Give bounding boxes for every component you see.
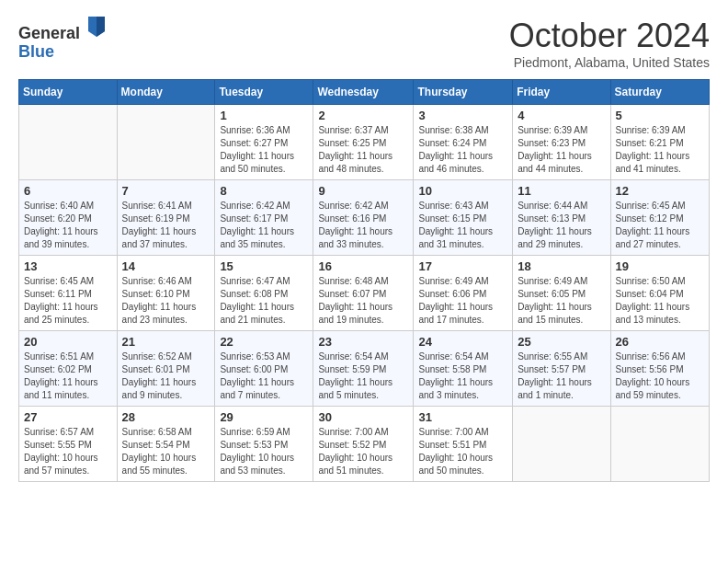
table-cell: 27Sunrise: 6:57 AM Sunset: 5:55 PM Dayli… — [19, 407, 118, 482]
table-cell: 29Sunrise: 6:59 AM Sunset: 5:53 PM Dayli… — [215, 407, 313, 482]
day-info: Sunrise: 6:43 AM Sunset: 6:15 PM Dayligh… — [418, 200, 507, 251]
table-cell — [117, 105, 215, 180]
day-info: Sunrise: 6:51 AM Sunset: 6:02 PM Dayligh… — [24, 350, 112, 402]
day-number: 2 — [318, 109, 408, 122]
table-cell — [19, 105, 118, 180]
day-info: Sunrise: 6:53 AM Sunset: 6:00 PM Dayligh… — [220, 350, 308, 402]
table-cell: 28Sunrise: 6:58 AM Sunset: 5:54 PM Dayli… — [117, 407, 215, 482]
day-info: Sunrise: 6:56 AM Sunset: 5:56 PM Dayligh… — [616, 350, 704, 402]
day-number: 28 — [122, 410, 210, 424]
day-number: 19 — [616, 259, 704, 273]
table-cell: 26Sunrise: 6:56 AM Sunset: 5:56 PM Dayli… — [610, 331, 709, 407]
day-info: Sunrise: 6:54 AM Sunset: 5:58 PM Dayligh… — [418, 350, 507, 402]
table-row: 27Sunrise: 6:57 AM Sunset: 5:55 PM Dayli… — [19, 407, 710, 482]
day-info: Sunrise: 6:47 AM Sunset: 6:08 PM Dayligh… — [220, 275, 308, 327]
calendar-table: Sunday Monday Tuesday Wednesday Thursday… — [18, 79, 710, 482]
logo-icon — [86, 13, 107, 39]
day-info: Sunrise: 6:50 AM Sunset: 6:04 PM Dayligh… — [616, 275, 704, 327]
table-cell: 23Sunrise: 6:54 AM Sunset: 5:59 PM Dayli… — [313, 331, 414, 407]
day-number: 6 — [24, 184, 112, 198]
table-row: 1Sunrise: 6:36 AM Sunset: 6:27 PM Daylig… — [19, 105, 710, 180]
table-cell: 12Sunrise: 6:45 AM Sunset: 6:12 PM Dayli… — [610, 180, 709, 256]
table-cell: 7Sunrise: 6:41 AM Sunset: 6:19 PM Daylig… — [117, 180, 215, 256]
table-row: 20Sunrise: 6:51 AM Sunset: 6:02 PM Dayli… — [19, 331, 710, 407]
col-tuesday: Tuesday — [215, 80, 313, 105]
logo-general: General — [18, 24, 80, 42]
logo-text: General Blue — [18, 17, 107, 62]
table-cell: 15Sunrise: 6:47 AM Sunset: 6:08 PM Dayli… — [215, 256, 313, 331]
day-info: Sunrise: 6:57 AM Sunset: 5:55 PM Dayligh… — [24, 426, 112, 477]
day-info: Sunrise: 6:39 AM Sunset: 6:23 PM Dayligh… — [518, 124, 605, 176]
table-cell: 9Sunrise: 6:42 AM Sunset: 6:16 PM Daylig… — [313, 180, 414, 256]
table-cell: 4Sunrise: 6:39 AM Sunset: 6:23 PM Daylig… — [513, 105, 610, 180]
day-number: 23 — [318, 335, 408, 349]
table-cell: 21Sunrise: 6:52 AM Sunset: 6:01 PM Dayli… — [117, 331, 215, 407]
day-info: Sunrise: 7:00 AM Sunset: 5:52 PM Dayligh… — [318, 426, 408, 477]
day-number: 25 — [518, 335, 605, 349]
table-cell: 10Sunrise: 6:43 AM Sunset: 6:15 PM Dayli… — [414, 180, 513, 256]
table-cell: 22Sunrise: 6:53 AM Sunset: 6:00 PM Dayli… — [215, 331, 313, 407]
svg-marker-1 — [97, 17, 105, 37]
day-info: Sunrise: 6:54 AM Sunset: 5:59 PM Dayligh… — [318, 350, 408, 402]
table-cell: 19Sunrise: 6:50 AM Sunset: 6:04 PM Dayli… — [610, 256, 709, 331]
table-cell: 13Sunrise: 6:45 AM Sunset: 6:11 PM Dayli… — [19, 256, 118, 331]
day-info: Sunrise: 6:44 AM Sunset: 6:13 PM Dayligh… — [518, 200, 605, 251]
day-info: Sunrise: 6:52 AM Sunset: 6:01 PM Dayligh… — [122, 350, 210, 402]
day-number: 11 — [518, 184, 605, 198]
logo: General Blue — [18, 17, 107, 62]
day-number: 1 — [220, 109, 308, 122]
calendar-title: October 2024 — [509, 17, 710, 55]
col-friday: Friday — [513, 80, 610, 105]
logo-blue: Blue — [18, 42, 54, 61]
header-row: Sunday Monday Tuesday Wednesday Thursday… — [19, 80, 710, 105]
table-row: 6Sunrise: 6:40 AM Sunset: 6:20 PM Daylig… — [19, 180, 710, 256]
day-number: 14 — [122, 259, 210, 273]
day-number: 8 — [220, 184, 308, 198]
day-info: Sunrise: 6:58 AM Sunset: 5:54 PM Dayligh… — [122, 426, 210, 477]
day-info: Sunrise: 7:00 AM Sunset: 5:51 PM Dayligh… — [418, 426, 507, 477]
day-number: 20 — [24, 335, 112, 349]
col-sunday: Sunday — [19, 80, 118, 105]
table-cell — [513, 407, 610, 482]
table-cell: 8Sunrise: 6:42 AM Sunset: 6:17 PM Daylig… — [215, 180, 313, 256]
calendar-location: Piedmont, Alabama, United States — [509, 55, 710, 70]
table-cell: 3Sunrise: 6:38 AM Sunset: 6:24 PM Daylig… — [414, 105, 513, 180]
day-number: 15 — [220, 259, 308, 273]
table-cell: 18Sunrise: 6:49 AM Sunset: 6:05 PM Dayli… — [513, 256, 610, 331]
day-number: 22 — [220, 335, 308, 349]
day-number: 4 — [518, 109, 605, 122]
day-number: 26 — [616, 335, 704, 349]
day-number: 21 — [122, 335, 210, 349]
day-info: Sunrise: 6:46 AM Sunset: 6:10 PM Dayligh… — [122, 275, 210, 327]
table-cell: 17Sunrise: 6:49 AM Sunset: 6:06 PM Dayli… — [414, 256, 513, 331]
day-info: Sunrise: 6:49 AM Sunset: 6:06 PM Dayligh… — [418, 275, 507, 327]
table-cell: 1Sunrise: 6:36 AM Sunset: 6:27 PM Daylig… — [215, 105, 313, 180]
day-number: 27 — [24, 410, 112, 424]
table-cell: 30Sunrise: 7:00 AM Sunset: 5:52 PM Dayli… — [313, 407, 414, 482]
day-number: 12 — [616, 184, 704, 198]
day-number: 31 — [418, 410, 507, 424]
col-wednesday: Wednesday — [313, 80, 414, 105]
day-number: 10 — [418, 184, 507, 198]
day-info: Sunrise: 6:49 AM Sunset: 6:05 PM Dayligh… — [518, 275, 605, 327]
day-number: 29 — [220, 410, 308, 424]
day-info: Sunrise: 6:48 AM Sunset: 6:07 PM Dayligh… — [318, 275, 408, 327]
day-number: 3 — [418, 109, 507, 122]
day-info: Sunrise: 6:40 AM Sunset: 6:20 PM Dayligh… — [24, 200, 112, 251]
table-cell: 24Sunrise: 6:54 AM Sunset: 5:58 PM Dayli… — [414, 331, 513, 407]
table-cell: 25Sunrise: 6:55 AM Sunset: 5:57 PM Dayli… — [513, 331, 610, 407]
day-number: 7 — [122, 184, 210, 198]
page: General Blue October 2024 Piedmont, Alab… — [0, 0, 728, 499]
table-cell — [610, 407, 709, 482]
day-info: Sunrise: 6:37 AM Sunset: 6:25 PM Dayligh… — [318, 124, 408, 176]
table-cell: 14Sunrise: 6:46 AM Sunset: 6:10 PM Dayli… — [117, 256, 215, 331]
day-info: Sunrise: 6:45 AM Sunset: 6:12 PM Dayligh… — [616, 200, 704, 251]
day-number: 30 — [318, 410, 408, 424]
day-info: Sunrise: 6:55 AM Sunset: 5:57 PM Dayligh… — [518, 350, 605, 402]
day-number: 17 — [418, 259, 507, 273]
day-info: Sunrise: 6:39 AM Sunset: 6:21 PM Dayligh… — [616, 124, 704, 176]
table-cell: 31Sunrise: 7:00 AM Sunset: 5:51 PM Dayli… — [414, 407, 513, 482]
day-number: 16 — [318, 259, 408, 273]
day-number: 13 — [24, 259, 112, 273]
col-monday: Monday — [117, 80, 215, 105]
